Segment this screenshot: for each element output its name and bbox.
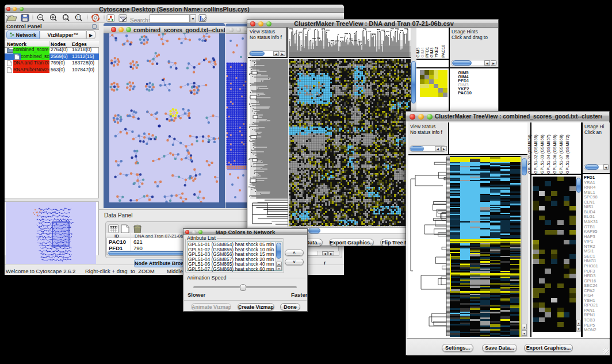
svg-text:1:1: 1:1 (76, 16, 81, 19)
